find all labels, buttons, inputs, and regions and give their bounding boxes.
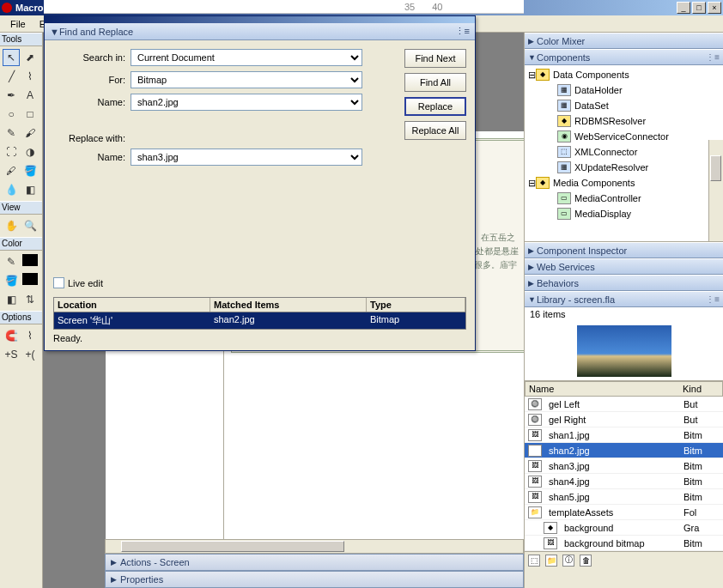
- library-row[interactable]: 🖼shan2.jpgBitm: [525, 443, 723, 458]
- fill-swatch[interactable]: [22, 273, 38, 285]
- eraser-tool[interactable]: ◧: [21, 181, 39, 198]
- rect-tool[interactable]: □: [21, 106, 39, 123]
- new-folder-icon[interactable]: 📁: [545, 555, 557, 567]
- tree-item[interactable]: DataSet: [574, 100, 609, 111]
- line-tool[interactable]: ╱: [3, 68, 20, 85]
- fill-transform-tool[interactable]: ◑: [21, 143, 39, 161]
- options-header: Options: [0, 311, 42, 324]
- timeline-ruler[interactable]: 35 40: [44, 0, 524, 14]
- components-scrollbar[interactable]: [708, 140, 723, 241]
- results-row[interactable]: Screen '华山' shan2.jpg Bitmap: [54, 312, 465, 329]
- library-header-row[interactable]: NameKind: [525, 381, 723, 397]
- tree-item[interactable]: WebServiceConnector: [574, 131, 669, 142]
- straighten-option[interactable]: +S: [3, 346, 20, 363]
- maximize-button[interactable]: □: [692, 2, 706, 14]
- replace-button[interactable]: Replace: [404, 97, 466, 116]
- components-tree[interactable]: ⊟◆Data Components ▦DataHolder ▦DataSet ◆…: [525, 65, 723, 242]
- library-row[interactable]: 🖼shan3.jpgBitm: [525, 458, 723, 474]
- timeline-tick: 35: [404, 2, 415, 12]
- zoom-tool[interactable]: 🔍: [21, 217, 39, 234]
- text-tool[interactable]: A: [21, 87, 39, 104]
- tree-item[interactable]: XUpdateResolver: [574, 162, 648, 173]
- components-header[interactable]: ▼Components⋮≡: [525, 49, 723, 65]
- stroke-color[interactable]: ✎: [3, 253, 20, 270]
- library-row[interactable]: 🖼background bitmapBitm: [525, 536, 723, 551]
- fill-color[interactable]: 🪣: [3, 272, 20, 289]
- subselect-tool[interactable]: ⬈: [21, 49, 39, 66]
- library-row[interactable]: ◆backgroundGra: [525, 520, 723, 536]
- delete-icon[interactable]: 🗑: [580, 555, 592, 567]
- actions-panel-header[interactable]: ▶Actions - Screen: [105, 554, 524, 571]
- default-colors[interactable]: ◧: [3, 291, 20, 308]
- tree-group[interactable]: Media Components: [553, 178, 635, 188]
- behaviors-header[interactable]: ▶Behaviors: [525, 275, 723, 291]
- library-row[interactable]: 🔘gel RightBut: [525, 412, 723, 427]
- minimize-button[interactable]: _: [677, 2, 690, 14]
- dialog-titlebar[interactable]: [45, 16, 475, 23]
- tools-header: Tools: [0, 33, 42, 46]
- col-location[interactable]: Location: [54, 298, 210, 312]
- new-symbol-icon[interactable]: ⬚: [528, 555, 540, 567]
- tree-item[interactable]: MediaDisplay: [574, 209, 631, 219]
- swap-colors[interactable]: ⇅: [21, 291, 39, 308]
- stroke-swatch[interactable]: [22, 254, 38, 266]
- library-table[interactable]: NameKind 🔘gel LeftBut🔘gel RightBut🖼shan1…: [525, 381, 723, 551]
- hand-tool[interactable]: ✋: [3, 217, 20, 234]
- for-label: For:: [53, 75, 131, 85]
- smooth-option[interactable]: ⌇: [21, 327, 39, 344]
- col-type[interactable]: Type: [367, 298, 465, 312]
- web-services-header[interactable]: ▶Web Services: [525, 258, 723, 275]
- tree-item[interactable]: XMLConnector: [574, 147, 637, 157]
- close-button[interactable]: ×: [708, 2, 721, 14]
- replace-all-button[interactable]: Replace All: [404, 121, 466, 140]
- tree-group[interactable]: Data Components: [553, 70, 629, 80]
- right-panels: ▶Color Mixer ▼Components⋮≡ ⊟◆Data Compon…: [524, 33, 723, 588]
- repl-name-label: Name:: [53, 152, 131, 162]
- library-item-icon: 🔘: [528, 414, 542, 426]
- search-in-select[interactable]: Current Document: [131, 49, 362, 66]
- library-row[interactable]: 📁templateAssetsFol: [525, 505, 723, 520]
- tools-palette: Tools ↖ ⬈ ╱ ⌇ ✒ A ○ □ ✎ 🖌 ⛶ ◑ 🖋 🪣 💧 ◧ Vi…: [0, 33, 43, 588]
- library-row[interactable]: 🔘gel LeftBut: [525, 397, 723, 412]
- library-item-icon: 🖼: [528, 429, 542, 441]
- transform-tool[interactable]: ⛶: [3, 143, 20, 161]
- menu-file[interactable]: File: [3, 17, 33, 31]
- library-row[interactable]: 🖼shan4.jpgBitm: [525, 474, 723, 489]
- results-grid[interactable]: Location Matched Items Type Screen '华山' …: [53, 297, 466, 330]
- tree-item[interactable]: RDBMSResolver: [574, 116, 646, 126]
- pencil-tool[interactable]: ✎: [3, 124, 20, 142]
- library-item-icon: 📁: [528, 506, 542, 518]
- find-all-button[interactable]: Find All: [404, 73, 466, 92]
- col-matched[interactable]: Matched Items: [210, 298, 367, 312]
- replace-name-select[interactable]: shan3.jpg: [131, 149, 362, 166]
- horizontal-scrollbar[interactable]: [105, 539, 524, 554]
- eyedropper-tool[interactable]: 💧: [3, 181, 20, 198]
- find-next-button[interactable]: Find Next: [404, 49, 466, 68]
- live-edit-checkbox[interactable]: Live edit: [53, 277, 466, 288]
- name-select[interactable]: shan2.jpg: [131, 94, 362, 111]
- library-item-icon: 🖼: [528, 445, 542, 457]
- library-row[interactable]: 🖼shan5.jpgBitm: [525, 489, 723, 505]
- library-header[interactable]: ▼Library - screen.fla⋮≡: [525, 291, 723, 307]
- properties-icon[interactable]: ⓘ: [562, 555, 574, 567]
- lasso-tool[interactable]: ⌇: [21, 68, 39, 85]
- option-d[interactable]: +(: [21, 346, 39, 363]
- brush-tool[interactable]: 🖌: [21, 124, 39, 142]
- oval-tool[interactable]: ○: [3, 106, 20, 123]
- app-icon: [2, 3, 12, 13]
- for-select[interactable]: Bitmap: [131, 71, 362, 88]
- tree-item[interactable]: DataHolder: [574, 85, 623, 95]
- properties-panel-header[interactable]: ▶Properties: [105, 571, 524, 588]
- component-inspector-header[interactable]: ▶Component Inspector: [525, 242, 723, 258]
- name-label: Name:: [53, 97, 131, 107]
- library-row[interactable]: 🖼shan1.jpgBitm: [525, 427, 723, 443]
- tree-item[interactable]: MediaController: [574, 193, 641, 203]
- snap-option[interactable]: 🧲: [3, 327, 20, 344]
- library-preview: [525, 321, 723, 381]
- dialog-header[interactable]: ▼ Find and Replace⋮≡: [45, 23, 475, 40]
- ink-tool[interactable]: 🖋: [3, 162, 20, 179]
- pen-tool[interactable]: ✒: [3, 87, 20, 104]
- selection-tool[interactable]: ↖: [3, 49, 20, 66]
- color-mixer-header[interactable]: ▶Color Mixer: [525, 33, 723, 49]
- bucket-tool[interactable]: 🪣: [21, 162, 39, 179]
